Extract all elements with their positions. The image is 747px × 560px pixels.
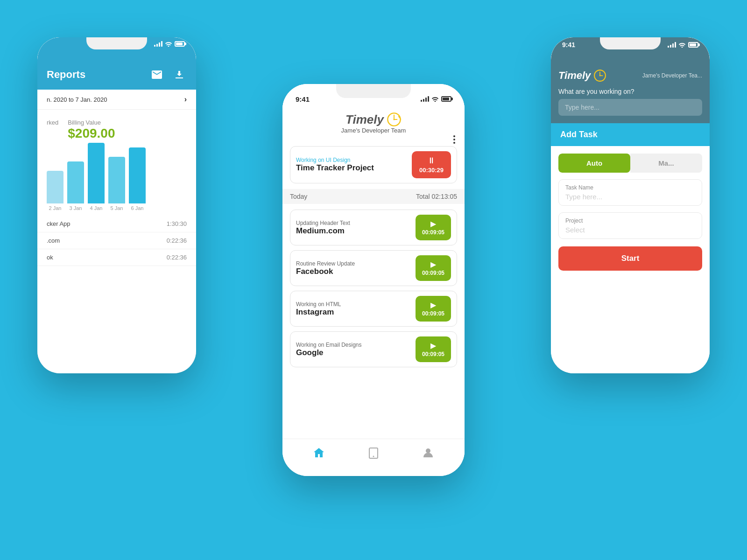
email-icon[interactable] — [149, 67, 164, 82]
signal-icon — [668, 42, 676, 48]
bar-2jan-rect — [47, 171, 63, 203]
tab-manual[interactable]: Ma... — [630, 154, 702, 173]
active-task-info: Working on UI Design Time Tracker Projec… — [296, 157, 374, 173]
nav-home-icon[interactable] — [310, 444, 328, 462]
svg-point-10 — [599, 75, 601, 77]
center-notch — [336, 84, 411, 98]
project-label: Project — [565, 217, 695, 224]
wifi-icon — [678, 42, 686, 48]
active-timer: 00:30:29 — [419, 167, 444, 174]
task-item-info: Updating Header Text Medium.com — [296, 220, 350, 236]
center-status-icons — [421, 96, 451, 102]
bottom-nav — [282, 439, 465, 476]
wifi-icon — [165, 41, 172, 47]
nav-tablet-icon[interactable] — [364, 444, 383, 462]
task-name-field[interactable]: Task Name Type here... — [558, 179, 702, 206]
svg-point-5 — [373, 455, 374, 457]
center-phone-screen: 9:41 Timely — [282, 84, 465, 476]
list-item[interactable]: Updating Header Text Medium.com ▶ 00:09:… — [290, 210, 457, 245]
bar-5jan: 5 Jan — [108, 157, 125, 211]
reports-title: Reports — [47, 69, 142, 81]
play-icon: ▶ — [422, 260, 444, 269]
type-here-input[interactable]: Type here... — [558, 99, 702, 116]
task-item-info: Working on Email Designs Google — [296, 342, 362, 357]
play-icon: ▶ — [422, 341, 444, 350]
what-working-label: What are you working on? — [558, 88, 702, 95]
right-phone: 9:41 — [551, 37, 710, 373]
add-task-title: Add Task — [560, 130, 598, 139]
right-phone-content: 9:41 — [551, 37, 710, 373]
center-phone: 9:41 Timely — [282, 84, 465, 476]
right-app-header: Timely Jame's Developer Tea... What are … — [551, 49, 710, 123]
total-time: Total 02:13:05 — [416, 193, 457, 200]
bar-2jan: 2 Jan — [47, 171, 63, 211]
left-phone-content: Reports n. 2020 to 7 Jan. 2020 › — [37, 37, 196, 373]
pause-button[interactable]: ⏸ 00:30:29 — [412, 151, 451, 178]
svg-point-6 — [426, 448, 430, 453]
list-item: cker App 1:30:30 — [37, 216, 196, 232]
active-task-bar[interactable]: Working on UI Design Time Tracker Projec… — [290, 146, 457, 183]
add-task-section: Add Task Auto Ma... Task Name Type here.… — [551, 123, 710, 373]
billing-section: rked Billing Value $209.00 — [37, 110, 196, 146]
task-item-info: Working on HTML Instagram — [296, 301, 341, 317]
report-list: cker App 1:30:30 .com 0:22:36 ok 0:22:36 — [37, 211, 196, 373]
active-task-title: Time Tracker Project — [296, 163, 374, 173]
bar-chart: 2 Jan 3 Jan 4 Jan 5 Jan — [37, 146, 196, 211]
active-task-category: Working on UI Design — [296, 157, 374, 163]
task-name-input: Type here... — [565, 193, 695, 201]
list-item: .com 0:22:36 — [37, 232, 196, 249]
pause-icon: ⏸ — [419, 156, 444, 166]
right-status-time: 9:41 — [562, 41, 575, 49]
today-bar: Today Total 02:13:05 — [282, 189, 465, 204]
list-item[interactable]: Working on HTML Instagram ▶ 00:09:05 — [290, 291, 457, 327]
play-button[interactable]: ▶ 00:09:05 — [416, 215, 451, 240]
reports-header: Reports — [37, 47, 196, 90]
play-icon: ▶ — [422, 219, 444, 228]
right-clock-icon — [593, 69, 606, 82]
play-icon: ▶ — [422, 301, 444, 309]
bar-3jan-rect — [67, 161, 84, 203]
task-name-label: Task Name — [565, 184, 695, 191]
list-item[interactable]: Working on Email Designs Google ▶ 00:09:… — [290, 331, 457, 367]
battery-icon — [441, 96, 451, 102]
right-header-top: Timely Jame's Developer Tea... — [558, 69, 702, 82]
right-status-icons — [668, 42, 698, 48]
task-item-info: Routine Review Update Facebook — [296, 260, 355, 276]
bar-6jan-rect — [129, 147, 146, 203]
today-label: Today — [290, 193, 307, 200]
play-button[interactable]: ▶ 00:09:05 — [416, 255, 451, 281]
bar-6jan: 6 Jan — [129, 147, 146, 211]
team-name: Jame's Developer Team — [292, 127, 455, 134]
more-options-icon[interactable] — [453, 135, 455, 144]
date-range-text: n. 2020 to 7 Jan. 2020 — [47, 96, 107, 103]
bars-row: 2 Jan 3 Jan 4 Jan 5 Jan — [47, 150, 187, 211]
project-field[interactable]: Project Select — [558, 212, 702, 239]
start-button[interactable]: Start — [558, 246, 702, 271]
download-icon[interactable] — [172, 67, 187, 82]
chevron-right-icon: › — [184, 95, 187, 104]
right-team-name: Jame's Developer Tea... — [642, 72, 702, 79]
bar-3jan: 3 Jan — [67, 161, 84, 211]
left-status-icons — [154, 41, 185, 47]
list-item[interactable]: Routine Review Update Facebook ▶ 00:09:0… — [290, 250, 457, 286]
list-item: ok 0:22:36 — [37, 249, 196, 266]
left-phone: Reports n. 2020 to 7 Jan. 2020 › — [37, 37, 196, 373]
nav-person-icon[interactable] — [419, 444, 437, 462]
timely-logo: Timely — [292, 112, 455, 127]
center-status-time: 9:41 — [296, 95, 310, 103]
play-button[interactable]: ▶ 00:09:05 — [416, 336, 451, 362]
date-range-bar[interactable]: n. 2020 to 7 Jan. 2020 › — [37, 90, 196, 110]
bar-5jan-rect — [108, 157, 125, 203]
task-list: Updating Header Text Medium.com ▶ 00:09:… — [282, 210, 465, 367]
right-phone-screen: 9:41 — [551, 37, 710, 373]
signal-icon — [421, 96, 429, 102]
center-app-header: Timely Jame's Developer Team — [282, 107, 465, 140]
wifi-icon — [431, 96, 439, 102]
project-select: Select — [565, 226, 695, 234]
billing-value: Billing Value $209.00 — [68, 119, 115, 141]
play-button[interactable]: ▶ 00:09:05 — [416, 296, 451, 322]
bar-4jan: 4 Jan — [88, 143, 105, 211]
battery-icon — [175, 41, 185, 47]
tab-auto[interactable]: Auto — [558, 154, 630, 173]
right-timely-logo: Timely — [558, 69, 606, 82]
